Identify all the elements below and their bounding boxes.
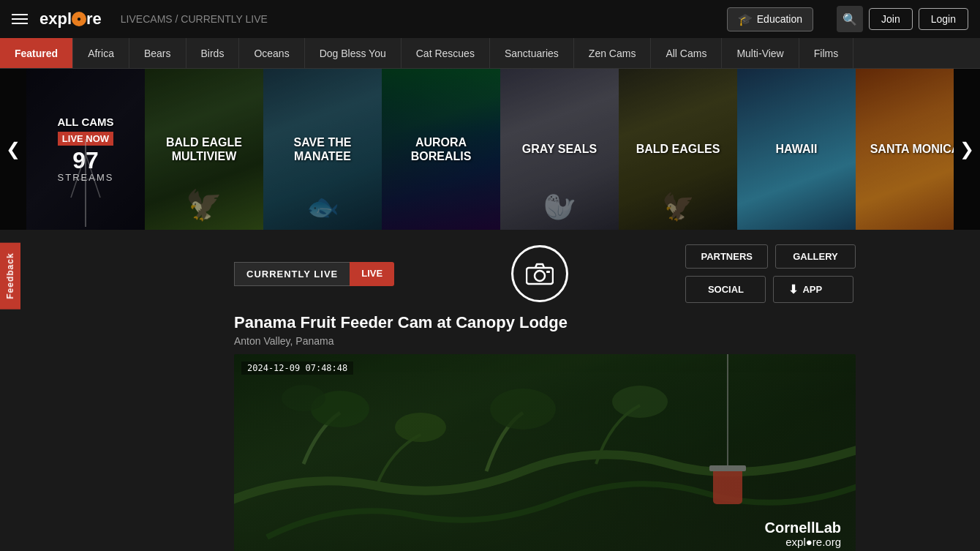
carousel-item-manatee[interactable]: SAVE THEMANATEE 🐟	[263, 69, 382, 230]
cornell-watermark: CornellLab expl●re.org	[765, 520, 841, 548]
nav-item-birds[interactable]: Birds	[186, 38, 240, 68]
nav-item-zen-cams[interactable]: Zen Cams	[574, 38, 652, 68]
action-buttons: PARTNERS GALLERY SOCIAL ⬇ APP	[685, 244, 856, 303]
svg-line-2	[86, 154, 100, 198]
svg-rect-14	[709, 465, 746, 471]
logo-text-re: re	[86, 10, 102, 29]
carousel-title-santa-monica: SANTA MONICA	[870, 142, 954, 156]
feedback-tab[interactable]: Feedback	[0, 242, 20, 309]
carousel-item-seals[interactable]: GRAY SEALS 🦭	[500, 69, 619, 230]
carousel-item-aurora[interactable]: AURORABOREALIS	[382, 69, 500, 230]
carousel-title-bald-eagles: BALD EAGLES	[636, 142, 720, 156]
menu-button[interactable]	[12, 14, 28, 24]
svg-rect-6	[546, 271, 550, 273]
join-button[interactable]: Join	[869, 8, 913, 30]
carousel-item-bald-eagles[interactable]: BALD EAGLES 🦅	[619, 69, 737, 230]
svg-line-1	[71, 154, 86, 198]
nav-item-multi-view[interactable]: Multi-View	[722, 38, 799, 68]
svg-rect-13	[713, 468, 742, 504]
nav-item-sanctuaries[interactable]: Sanctuaries	[490, 38, 574, 68]
carousel-title-aurora: AURORABOREALIS	[411, 135, 472, 163]
app-button[interactable]: ⬇ APP	[773, 276, 853, 303]
gallery-button[interactable]: GALLERY	[775, 244, 856, 269]
nav-item-all-cams[interactable]: All Cams	[651, 38, 722, 68]
camera-icon	[526, 262, 554, 285]
svg-point-8	[395, 413, 446, 442]
navigation: Featured Africa Bears Birds Oceans Dog B…	[0, 38, 980, 69]
allcams-title: ALL CAMS	[57, 116, 113, 129]
login-button[interactable]: Login	[919, 8, 968, 30]
nav-item-films[interactable]: Films	[799, 38, 853, 68]
carousel-title-bald-eagle: BALD EAGLEMULTIVIEW	[166, 135, 242, 163]
header-right: 🔍 Join Login	[837, 6, 968, 32]
svg-point-5	[535, 271, 545, 281]
cam-location: Anton Valley, Panama	[234, 335, 856, 347]
livecams-label: LIVECAMS / CURRENTLY LIVE	[121, 13, 268, 25]
cornell-lab-text: CornellLab	[765, 520, 841, 536]
logo-icon: ●	[72, 12, 86, 26]
carousel-title-manatee: SAVE THEMANATEE	[294, 135, 352, 163]
cam-title: Panama Fruit Feeder Cam at Canopy Lodge	[234, 313, 856, 332]
currently-live-label: CURRENTLY LIVE	[234, 262, 350, 286]
video-background	[234, 354, 856, 551]
nav-item-cat-rescues[interactable]: Cat Rescues	[402, 38, 490, 68]
nav-item-featured[interactable]: Featured	[0, 38, 73, 68]
carousel-title-hawaii: HAWAII	[776, 142, 818, 156]
education-button[interactable]: 🎓 Education	[727, 7, 813, 31]
camera-screenshot-button[interactable]	[511, 245, 568, 302]
nav-item-africa[interactable]: Africa	[73, 38, 129, 68]
carousel: ❮ ALL CAMS LIVE NOW 97 STREAMS	[0, 69, 980, 230]
carousel-item-santa-monica[interactable]: SANTA MONICA	[856, 69, 954, 230]
svg-point-10	[612, 386, 668, 418]
carousel-item-allcams[interactable]: ALL CAMS LIVE NOW 97 STREAMS	[26, 69, 145, 230]
feedback-label: Feedback	[5, 252, 15, 299]
carousel-item-bald-eagle[interactable]: BALD EAGLEMULTIVIEW 🦅	[145, 69, 263, 230]
video-timestamp: 2024-12-09 07:48:48	[241, 361, 353, 375]
social-button[interactable]: SOCIAL	[685, 276, 766, 303]
carousel-items: ALL CAMS LIVE NOW 97 STREAMS BALD EAGLEM…	[26, 69, 954, 230]
search-button[interactable]: 🔍	[837, 6, 863, 32]
logo-text: expl	[39, 10, 72, 29]
main-content: CURRENTLY LIVE LIVE PARTNERS GALLERY SOC…	[0, 230, 980, 551]
logo[interactable]: expl ● re	[39, 10, 102, 29]
carousel-title-seals: GRAY SEALS	[522, 142, 597, 156]
download-icon: ⬇	[788, 282, 798, 296]
header: expl ● re LIVECAMS / CURRENTLY LIVE 🎓 Ed…	[0, 0, 980, 38]
carousel-prev-button[interactable]: ❮	[0, 69, 26, 230]
nav-item-oceans[interactable]: Oceans	[239, 38, 304, 68]
video-player[interactable]: 2024-12-09 07:48:48 CornellLab expl●re.o…	[234, 354, 856, 551]
app-label: APP	[802, 284, 822, 295]
svg-point-11	[282, 385, 325, 411]
live-status-bar: CURRENTLY LIVE LIVE	[234, 262, 394, 286]
nav-item-bears[interactable]: Bears	[129, 38, 186, 68]
live-badge: LIVE	[350, 262, 394, 286]
graduation-icon: 🎓	[738, 12, 753, 26]
nav-item-dog-bless-you[interactable]: Dog Bless You	[305, 38, 402, 68]
partners-button[interactable]: PARTNERS	[685, 244, 768, 269]
explore-org-text: expl●re.org	[765, 536, 841, 548]
svg-point-9	[490, 389, 556, 430]
education-label: Education	[757, 13, 802, 25]
carousel-item-hawaii[interactable]: HAWAII	[737, 69, 856, 230]
carousel-next-button[interactable]: ❯	[954, 69, 980, 230]
video-scene-svg	[234, 354, 856, 551]
